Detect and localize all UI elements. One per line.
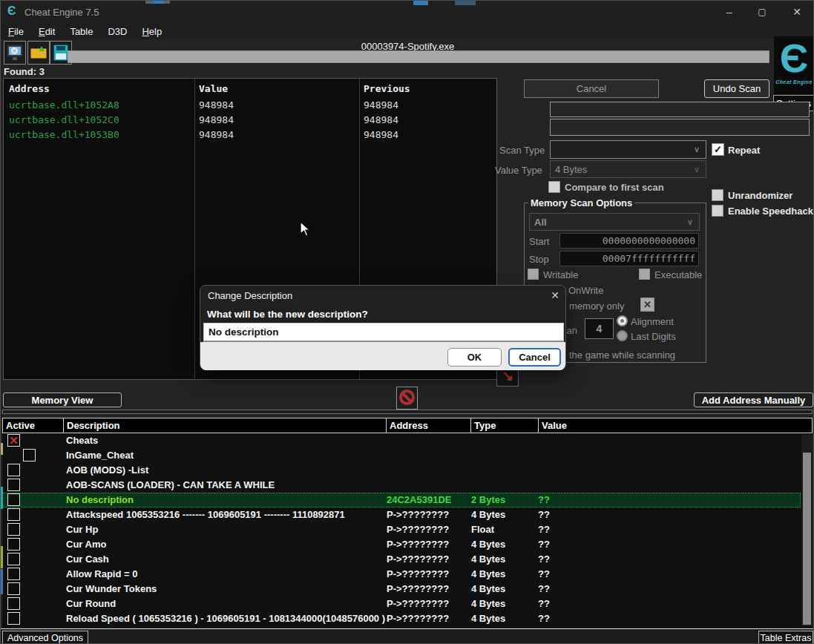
- close-button[interactable]: ✕: [781, 1, 813, 23]
- active-checkbox[interactable]: [7, 597, 20, 610]
- row-value: ??: [538, 583, 550, 594]
- table-row[interactable]: Cur HpP->????????Float??: [2, 522, 801, 537]
- table-row[interactable]: AOB (MODS) -List: [2, 463, 801, 478]
- undo-scan-button[interactable]: Undo Scan: [704, 79, 769, 98]
- window-title: Cheat Engine 7.5: [24, 7, 99, 18]
- scan-address: ucrtbase.dll+1052A8: [9, 99, 119, 111]
- active-checkbox-checked[interactable]: ✕: [7, 434, 20, 447]
- scan-type-dropdown[interactable]: ∨: [550, 140, 706, 159]
- table-col-description[interactable]: Description: [63, 418, 387, 433]
- table-scrollbar[interactable]: [801, 435, 813, 626]
- pause-game-label-fragment: the game while scanning: [569, 349, 675, 361]
- enable-speedhack-checkbox[interactable]: [712, 205, 723, 217]
- menu-item-d3d[interactable]: D3D: [100, 24, 134, 39]
- active-checkbox[interactable]: [7, 582, 20, 595]
- cancel-scan-button[interactable]: Cancel: [524, 79, 659, 98]
- memory-only-checkbox[interactable]: ✕: [640, 298, 654, 312]
- last-digits-radio[interactable]: [617, 330, 628, 341]
- memory-view-button[interactable]: Memory View: [3, 392, 122, 407]
- scan-progress-bar: [68, 50, 769, 63]
- dialog-close-icon[interactable]: ✕: [548, 289, 562, 301]
- executable-checkbox[interactable]: [639, 269, 650, 280]
- table-row[interactable]: Reload Speed ( 1065353216 ) - 1069605191…: [2, 611, 801, 626]
- active-checkbox[interactable]: [7, 508, 20, 521]
- scan-result-row[interactable]: ucrtbase.dll+1052A8948984948984: [4, 99, 496, 114]
- compare-first-scan-checkbox[interactable]: [548, 181, 560, 193]
- table-col-type[interactable]: Type: [470, 418, 539, 433]
- scan-result-row[interactable]: ucrtbase.dll+1053B0948984948984: [4, 129, 496, 144]
- scan-result-row[interactable]: ucrtbase.dll+1052C0948984948984: [4, 114, 496, 129]
- table-row[interactable]: AOB-SCANS (LOADER) - CAN TAKE A WHILE: [2, 478, 801, 493]
- table-row[interactable]: Cur AmoP->????????4 Bytes??: [2, 537, 801, 552]
- open-table-button[interactable]: ▲: [27, 41, 50, 65]
- cheat-engine-window: Є Cheat Engine 7.5 – ▢ ✕ FileEditTableD3…: [0, 0, 814, 644]
- writable-checkbox[interactable]: [528, 269, 539, 280]
- desktop-sliver: [1, 443, 3, 455]
- table-row[interactable]: No description24C2A5391DE2 Bytes??: [2, 493, 801, 507]
- menu-item-table[interactable]: Table: [62, 24, 100, 39]
- scan-previous: 948984: [364, 99, 398, 111]
- scan-value-field-2[interactable]: [550, 119, 810, 136]
- table-row[interactable]: Attackspeed 1065353216 ------- 106960519…: [2, 507, 801, 522]
- no-entry-button[interactable]: [396, 387, 418, 410]
- scan-value-field-1[interactable]: [550, 102, 810, 117]
- floppy-shutter: [56, 46, 65, 50]
- active-checkbox[interactable]: [7, 464, 20, 476]
- table-row[interactable]: ✕Cheats: [2, 433, 801, 448]
- row-value: ??: [538, 613, 550, 624]
- maximize-button[interactable]: ▢: [746, 1, 778, 23]
- active-checkbox[interactable]: [7, 568, 20, 580]
- row-value: ??: [538, 509, 550, 520]
- minimize-button[interactable]: –: [713, 1, 746, 23]
- description-input[interactable]: No description: [203, 323, 564, 342]
- row-description: Attackspeed 1065353216 ------- 106960519…: [66, 509, 345, 520]
- scan-col-value[interactable]: Value: [199, 83, 228, 94]
- table-col-address[interactable]: Address: [386, 418, 471, 433]
- table-scrollbar-thumb[interactable]: [803, 453, 811, 625]
- table-row[interactable]: Allow Rapid = 0P->????????4 Bytes??: [2, 567, 801, 582]
- dialog-cancel-button[interactable]: Cancel: [508, 348, 561, 367]
- active-checkbox[interactable]: [7, 523, 20, 536]
- active-checkbox[interactable]: [7, 479, 20, 491]
- stop-address-field[interactable]: 00007fffffffffff: [559, 251, 699, 266]
- menu-item-help[interactable]: Help: [134, 24, 169, 39]
- select-process-button[interactable]: [4, 41, 26, 65]
- scan-col-address[interactable]: Address: [9, 83, 50, 94]
- compare-first-scan-label: Compare to first scan: [565, 182, 664, 193]
- value-type-dropdown[interactable]: 4 Bytes ∨: [550, 160, 706, 178]
- scan-value: 948984: [199, 114, 234, 125]
- enable-speedhack-label: Enable Speedhack: [728, 206, 813, 217]
- scan-col-previous[interactable]: Previous: [364, 83, 410, 94]
- table-row[interactable]: InGame_Cheat: [2, 448, 801, 463]
- active-checkbox[interactable]: [7, 538, 20, 551]
- active-checkbox[interactable]: [7, 553, 20, 565]
- table-row[interactable]: Cur RoundP->????????4 Bytes??: [2, 597, 801, 611]
- add-address-manually-button[interactable]: Add Address Manually: [694, 392, 813, 407]
- table-row[interactable]: Cur Wunder TokensP->????????4 Bytes??: [2, 582, 801, 597]
- row-value: ??: [538, 494, 550, 505]
- panel-splitter[interactable]: [2, 410, 813, 414]
- repeat-checkbox[interactable]: ✓: [712, 143, 724, 156]
- table-col-active[interactable]: Active: [2, 418, 64, 433]
- memory-region-dropdown[interactable]: All ∨: [529, 213, 700, 231]
- change-description-dialog: Change Description ✕ What will be the ne…: [200, 285, 566, 370]
- table-row[interactable]: Cur CashP->????????4 Bytes??: [2, 552, 801, 567]
- menu-item-edit[interactable]: Edit: [31, 24, 62, 39]
- alignment-radio[interactable]: [617, 315, 628, 326]
- unrandomizer-checkbox[interactable]: [712, 189, 723, 201]
- memory-scan-options-title: Memory Scan Options: [528, 197, 634, 208]
- active-checkbox[interactable]: [7, 612, 20, 625]
- table-extras-button[interactable]: Table Extras: [758, 631, 813, 644]
- table-col-value[interactable]: Value: [538, 418, 813, 433]
- ok-button[interactable]: OK: [447, 348, 502, 367]
- row-description: Cur Cash: [66, 553, 109, 565]
- row-description: AOB-SCANS (LOADER) - CAN TAKE A WHILE: [66, 479, 275, 490]
- advanced-options-button[interactable]: Advanced Options: [2, 631, 88, 644]
- repeat-label: Repeat: [728, 145, 760, 156]
- active-checkbox[interactable]: [23, 449, 36, 461]
- menu-item-file[interactable]: File: [1, 24, 31, 39]
- fast-scan-alignment-field[interactable]: 4: [585, 318, 614, 339]
- start-address-field[interactable]: 0000000000000000: [559, 233, 699, 249]
- active-checkbox[interactable]: [7, 493, 20, 506]
- row-type: 4 Bytes: [471, 583, 505, 594]
